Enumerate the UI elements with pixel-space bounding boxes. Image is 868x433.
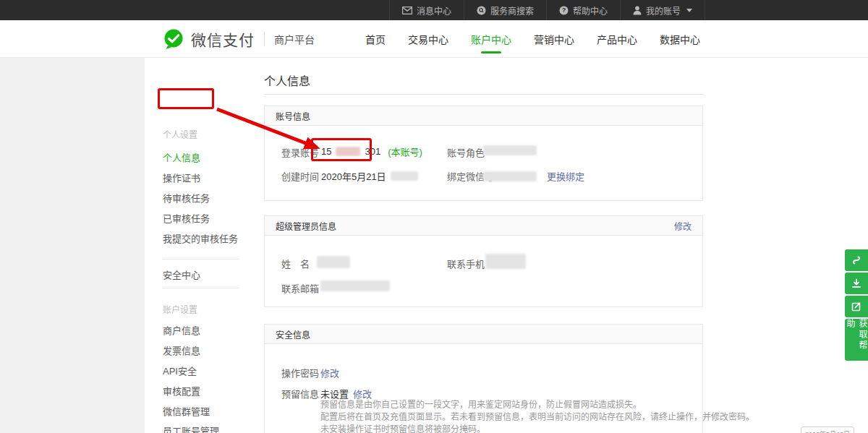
redacted-admin-name	[317, 256, 350, 268]
link-icon	[851, 254, 862, 266]
download-icon	[851, 278, 862, 289]
mail-icon	[402, 7, 412, 14]
password-modify-link[interactable]: 修改	[320, 366, 339, 380]
operation-password-label: 操作密码	[281, 366, 319, 380]
login-account-prefix: 15	[321, 146, 331, 157]
brand-name: 微信支付	[191, 28, 255, 50]
redacted-created-time	[391, 171, 418, 181]
chevron-down-icon	[686, 9, 692, 12]
topbar-item-label: 服务商搜索	[490, 4, 534, 17]
nav-home[interactable]: 首页	[364, 20, 387, 58]
admin-phone-label: 联系手机	[447, 257, 485, 270]
account-info-title: 账号信息	[276, 110, 310, 122]
login-account-suffix: 301	[365, 146, 380, 157]
portal-label: 商户平台	[274, 32, 315, 46]
nav-transaction-center[interactable]: 交易中心	[407, 20, 450, 58]
sidebar-item-security-center[interactable]: 安全中心	[163, 267, 200, 281]
admin-info-card-header: 超级管理员信息 修改	[265, 216, 702, 236]
sidebar-divider	[163, 288, 239, 288]
topbar-item-label: 帮助中心	[573, 4, 608, 17]
sidebar-divider	[163, 259, 239, 260]
created-date: 2020年5月21日	[321, 169, 386, 183]
nav-data-center[interactable]: 数据中心	[658, 20, 702, 58]
sidebar-item-staff-account-mgmt[interactable]: 员工账号管理	[163, 424, 219, 433]
admin-info-card: 超级管理员信息 修改 姓 名 联系手机 联系邮箱	[264, 215, 703, 307]
login-account-value: 15 301 (本账号)	[321, 145, 422, 158]
admin-modify-link[interactable]: 修改	[674, 220, 692, 232]
reserved-info-tips: 预留信息是由你自己设置的一段文字，用来鉴定网站身份，防止假冒网站造成损失。 配置…	[320, 399, 754, 433]
sidebar-item-wechat-group-mgmt[interactable]: 微信群管理	[163, 404, 210, 418]
sidebar-item-personal-info[interactable]: 个人信息	[163, 150, 200, 164]
created-time-label: 创建时间	[281, 169, 319, 183]
sidebar-item-invoice-info[interactable]: 发票信息	[163, 343, 200, 357]
floating-help-panel: 获取帮助	[845, 249, 868, 361]
sidebar-item-reviewed-tasks[interactable]: 已审核任务	[163, 211, 210, 225]
admin-name-label: 姓 名	[281, 257, 310, 270]
header: 微信支付 商户平台 首页 交易中心 账户中心 营销中心 产品中心 数据中心	[0, 20, 868, 58]
tip-line: 配置后将在首页及充值页面显示。若未看到预留信息，表明当前访问的网站存在风险，请终…	[320, 411, 754, 424]
help-icon: ?	[559, 6, 569, 15]
brand-divider	[264, 32, 265, 46]
admin-info-title: 超级管理员信息	[276, 220, 336, 232]
topbar: 消息中心 服务商搜索 ? 帮助中心 我的账号	[0, 0, 868, 20]
sidebar-section-personal-settings: 个人设置	[163, 128, 197, 140]
redacted-account-role	[483, 145, 537, 155]
account-info-card-header: 账号信息	[265, 106, 702, 126]
security-info-card: 安全信息 操作密码 修改 预留信息 未设置 修改 预留信息是由你自己设置的一段文…	[264, 324, 703, 433]
title-divider	[264, 94, 703, 95]
redacted-login-middle	[336, 147, 360, 156]
page: 消息中心 服务商搜索 ? 帮助中心 我的账号	[0, 0, 868, 433]
security-info-card-header: 安全信息	[265, 325, 702, 344]
topbar-service-provider-search[interactable]: 服务商搜索	[464, 0, 546, 20]
nav-account-center[interactable]: 账户中心	[469, 20, 513, 58]
link-button[interactable]	[845, 249, 868, 271]
self-account-tag: (本账号)	[388, 145, 422, 158]
nav-product-center[interactable]: 产品中心	[595, 20, 639, 58]
get-help-button[interactable]: 获取帮助	[845, 319, 868, 361]
redacted-wechat-id	[483, 171, 537, 181]
download-button[interactable]	[845, 273, 868, 294]
tip-line: 预留信息是由你自己设置的一段文字，用来鉴定网站身份，防止假冒网站造成损失。	[320, 399, 754, 411]
topbar-message-center[interactable]: 消息中心	[389, 0, 464, 20]
created-time-value: 2020年5月21日	[321, 169, 418, 183]
sidebar-item-operation-certificate[interactable]: 操作证书	[163, 171, 200, 184]
sidebar-section-account-settings: 账户设置	[163, 303, 197, 315]
redacted-admin-email	[320, 280, 390, 291]
left-gray-band	[0, 58, 145, 433]
topbar-help-center[interactable]: ? 帮助中心	[546, 0, 620, 20]
tip-line: 未安装操作证书时预留信息将被部分掩码。	[320, 424, 754, 433]
wechat-pay-logo-icon	[163, 28, 184, 50]
feedback-button[interactable]	[845, 296, 868, 317]
bound-wechat-value: 更换绑定	[483, 169, 584, 183]
redacted-admin-phone	[485, 254, 526, 269]
reserved-info-label: 预留信息	[281, 387, 319, 400]
sidebar: 个人设置 个人信息 操作证书 待审核任务 已审核任务 我提交的审核任务 安全中心…	[145, 58, 250, 433]
security-info-title: 安全信息	[276, 328, 310, 340]
sidebar-item-review-config[interactable]: 审核配置	[163, 384, 200, 398]
svg-text:?: ?	[562, 7, 566, 14]
admin-email-label: 联系邮箱	[281, 281, 319, 295]
login-account-label: 登录账号	[281, 145, 319, 159]
feedback-icon	[851, 301, 862, 312]
brand: 微信支付 商户平台	[163, 28, 315, 50]
page-title: 个人信息	[264, 72, 310, 89]
sidebar-item-pending-review-tasks[interactable]: 待审核任务	[163, 191, 210, 205]
nav-marketing-center[interactable]: 营销中心	[532, 20, 576, 58]
rebind-link[interactable]: 更换绑定	[547, 169, 584, 183]
account-role-label: 账号角色	[447, 145, 485, 159]
sidebar-item-merchant-info[interactable]: 商户信息	[163, 323, 200, 337]
topbar-item-label: 消息中心	[417, 4, 451, 17]
sidebar-item-api-security[interactable]: API安全	[163, 364, 197, 377]
user-icon	[633, 6, 642, 15]
topbar-my-account[interactable]: 我的账号	[620, 0, 705, 20]
main-nav: 首页 交易中心 账户中心 营销中心 产品中心 数据中心	[364, 20, 702, 58]
date-tooltip: 2020年5月22日	[801, 426, 854, 433]
account-info-card: 账号信息 登录账号 15 301 (本账号) 账号角色 创建时间 2020年5月…	[264, 106, 703, 201]
sidebar-item-my-submitted-tasks[interactable]: 我提交的审核任务	[163, 231, 238, 245]
topbar-item-label: 我的账号	[646, 4, 681, 17]
search-icon	[477, 6, 486, 15]
